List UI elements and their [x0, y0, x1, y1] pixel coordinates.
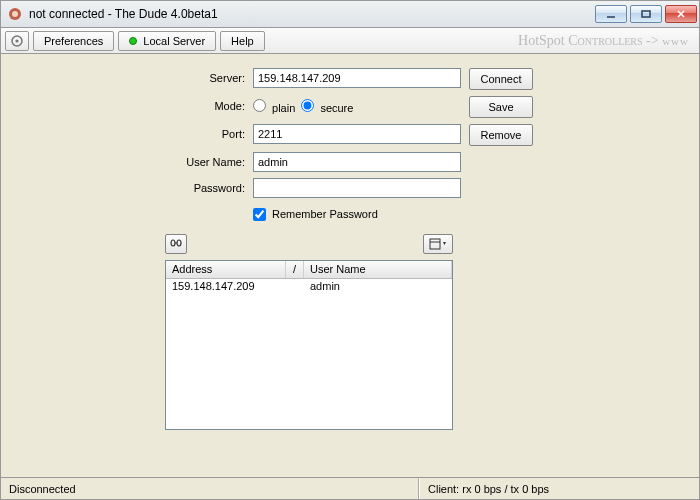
statusbar: Disconnected Client: rx 0 bps / tx 0 bps — [0, 478, 700, 500]
svg-point-1 — [12, 11, 18, 17]
server-label: Server: — [165, 68, 245, 90]
window-controls — [595, 5, 697, 23]
status-left: Disconnected — [1, 478, 419, 499]
mode-row: plain secure — [253, 96, 461, 116]
toolbar: Preferences Local Server Help HotSpot Co… — [0, 28, 700, 54]
help-button[interactable]: Help — [220, 31, 265, 51]
column-address[interactable]: Address — [166, 261, 286, 278]
local-server-button[interactable]: Local Server — [118, 31, 216, 51]
svg-rect-11 — [430, 239, 440, 249]
view-options-button[interactable] — [423, 234, 453, 254]
column-username[interactable]: User Name — [304, 261, 392, 278]
window-title: not connected - The Dude 4.0beta1 — [29, 7, 595, 21]
app-icon — [7, 6, 23, 22]
table-row[interactable]: 159.148.147.209admin — [166, 279, 452, 295]
remember-password-checkbox[interactable] — [253, 208, 266, 221]
column-spacer — [392, 261, 452, 278]
status-right: Client: rx 0 bps / tx 0 bps — [419, 478, 699, 499]
status-dot-icon — [129, 37, 137, 45]
servers-table[interactable]: Address / User Name 159.148.147.209admin — [165, 260, 453, 430]
password-input[interactable] — [253, 178, 461, 198]
username-label: User Name: — [165, 152, 245, 172]
cell-user: admin — [304, 279, 392, 295]
remember-password-label: Remember Password — [272, 208, 378, 220]
minimize-button[interactable] — [595, 5, 627, 23]
titlebar: not connected - The Dude 4.0beta1 — [0, 0, 700, 28]
connect-button[interactable]: Connect — [469, 68, 533, 90]
settings-button[interactable] — [5, 31, 29, 51]
password-label: Password: — [165, 178, 245, 198]
save-button[interactable]: Save — [469, 96, 533, 118]
mode-label: Mode: — [165, 96, 245, 118]
svg-point-8 — [171, 240, 175, 246]
port-input[interactable] — [253, 124, 461, 144]
maximize-button[interactable] — [630, 5, 662, 23]
cell-address: 159.148.147.209 — [166, 279, 286, 295]
svg-point-7 — [15, 39, 18, 42]
preferences-button[interactable]: Preferences — [33, 31, 114, 51]
server-input[interactable] — [253, 68, 461, 88]
find-button[interactable] — [165, 234, 187, 254]
column-sort-indicator: / — [286, 261, 304, 278]
username-input[interactable] — [253, 152, 461, 172]
remove-button[interactable]: Remove — [469, 124, 533, 146]
connection-form: Server: Connect Mode: plain secure Save … — [165, 68, 535, 477]
mode-secure-option[interactable]: secure — [301, 99, 353, 114]
hotspot-banner: HotSpot Controllers -> www — [518, 33, 695, 49]
mode-plain-option[interactable]: plain — [253, 99, 295, 114]
svg-point-9 — [177, 240, 181, 246]
client-area: Server: Connect Mode: plain secure Save … — [0, 54, 700, 478]
port-label: Port: — [165, 124, 245, 146]
svg-rect-3 — [642, 11, 650, 17]
close-button[interactable] — [665, 5, 697, 23]
